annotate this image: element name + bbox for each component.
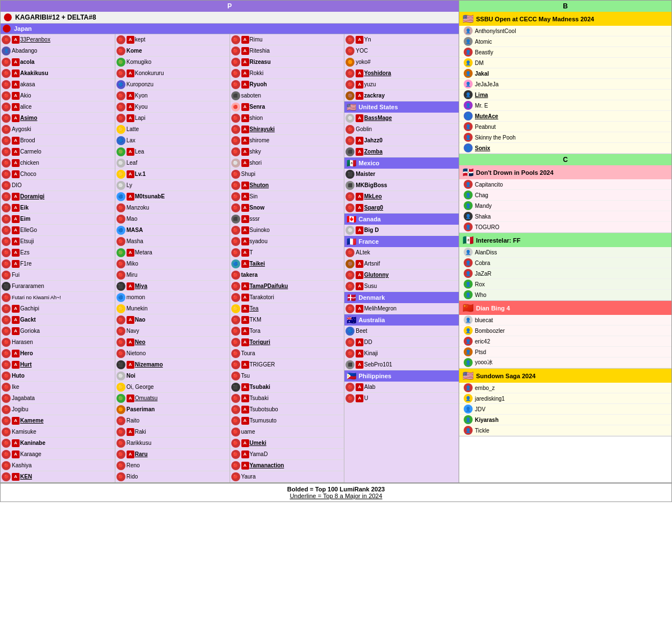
list-item[interactable]: 🔴Shupi — [230, 169, 344, 180]
list-item[interactable]: 🔴 A Eim — [1, 213, 115, 225]
list-item[interactable]: 🔴 A Etsuji — [1, 236, 115, 247]
list-item[interactable]: ⬛AMiya — [115, 281, 230, 292]
list-item[interactable]: 👤Shaka — [459, 211, 671, 222]
list-item[interactable]: 🟢Komugiko — [115, 57, 230, 68]
list-item[interactable]: 🔴 Fui — [1, 270, 115, 281]
list-item[interactable]: 🔴ATKM — [230, 314, 344, 326]
list-item[interactable]: 👤Bomboozler — [459, 326, 671, 336]
list-item[interactable]: 🔴Asyadou — [230, 236, 344, 247]
list-item[interactable]: 👤 Abadango — [1, 45, 115, 57]
list-item[interactable]: 🔴AYamaD — [230, 449, 344, 460]
list-item[interactable]: 🔴AYn — [344, 34, 459, 45]
list-item[interactable]: 🔴 A Akio — [1, 90, 115, 101]
list-item[interactable]: ⬛Asssr — [230, 213, 344, 225]
list-item[interactable]: 🔴Yaura — [230, 471, 344, 482]
list-item[interactable]: 🔴ARiteshia — [230, 45, 344, 57]
list-item[interactable]: 🔴 A Eik — [1, 202, 115, 213]
list-item[interactable]: 🔵Beet — [344, 326, 459, 337]
list-item[interactable]: 🔴 A Gorioka — [1, 326, 115, 337]
list-item[interactable]: 🔴 Kamisuke — [1, 426, 115, 438]
list-item[interactable]: 👤Capitancito — [459, 179, 671, 190]
list-item[interactable]: 🔴AJahzz0 — [344, 135, 459, 146]
list-item[interactable]: 👤Who — [459, 290, 671, 300]
list-item[interactable]: 👤AlanDiss — [459, 247, 671, 258]
list-item[interactable]: 🟢AOmuatsu — [115, 393, 230, 404]
list-item[interactable]: 👤yooo冰 — [459, 357, 671, 368]
list-item[interactable]: 🔴 Futari no Kiwami Ah~! — [1, 292, 115, 303]
list-item[interactable]: 👤Jakal — [459, 68, 671, 79]
list-item[interactable]: 🟤Azackray — [344, 90, 459, 101]
list-item[interactable]: 👤jaredisking1 — [459, 393, 671, 404]
list-item[interactable]: 🟡Munekin — [115, 303, 230, 314]
list-item[interactable]: ⚪ABassMage — [344, 113, 459, 124]
list-item[interactable]: 🔴Tsu — [230, 370, 344, 382]
list-item[interactable]: ⚪Noi — [115, 370, 230, 382]
list-item[interactable]: ⚪Ashori — [230, 157, 344, 169]
list-item[interactable]: 🔴uame — [230, 426, 344, 438]
list-item[interactable]: 👤MuteAce — [459, 111, 671, 122]
list-item[interactable]: 🔴Rido — [115, 471, 230, 482]
list-item[interactable]: ⬛ANizemamo — [115, 359, 230, 370]
list-item[interactable]: 🔴YOC — [344, 45, 459, 57]
list-item[interactable]: 🔴AKonokururu — [115, 68, 230, 79]
list-item[interactable]: 👤JDV — [459, 404, 671, 415]
list-item[interactable]: 🔴Rarikkusu — [115, 438, 230, 449]
list-item[interactable]: 👤Atomic — [459, 36, 671, 47]
list-item[interactable]: 👤Mr. E — [459, 100, 671, 111]
list-item[interactable]: 🟠Paseriman — [115, 404, 230, 415]
list-item[interactable]: 🔴Goblin — [344, 124, 459, 135]
list-item[interactable]: 👤Chag — [459, 190, 671, 201]
list-item[interactable]: 🟡Oi, George — [115, 382, 230, 393]
list-item[interactable]: 🔴 Jagabata — [1, 393, 115, 404]
list-item[interactable]: 🔴ARimu — [230, 34, 344, 45]
list-item[interactable]: 🔴AGlutonny — [344, 270, 459, 281]
list-item[interactable]: 🔴 Aygoski — [1, 124, 115, 135]
list-item[interactable]: 🔴 A Ezs — [1, 247, 115, 258]
list-item[interactable]: 🔴 Jogibu — [1, 404, 115, 415]
list-item[interactable]: 🔴 Huto — [1, 370, 115, 382]
list-item[interactable]: 🟡ALv.1 — [115, 169, 230, 180]
list-item[interactable]: 🔴ASenra — [230, 101, 344, 113]
list-item[interactable]: 🔴AShirayuki — [230, 124, 344, 135]
list-item[interactable]: 🔴Ashirome — [230, 135, 344, 146]
list-item[interactable]: 👤AnthonyIsntCool — [459, 26, 671, 36]
list-item[interactable]: 👤Mandy — [459, 201, 671, 211]
list-item[interactable]: 🔴Navy — [115, 326, 230, 337]
list-item[interactable]: 🔴 A Hero — [1, 348, 115, 359]
list-item[interactable]: 🔴AU — [344, 393, 459, 404]
list-item[interactable]: 🔴 A F1re — [1, 258, 115, 270]
list-item[interactable]: 👤Rox — [459, 279, 671, 290]
list-item[interactable]: 🟡ATea — [230, 303, 344, 314]
list-item[interactable]: 👤Peabnut — [459, 122, 671, 132]
list-item[interactable]: 🟢AMetara — [115, 247, 230, 258]
list-item[interactable]: 🔴ASnow — [230, 202, 344, 213]
list-item[interactable]: 🔴ATamaPDaifuku — [230, 281, 344, 292]
list-item[interactable]: ⬛MKBigBoss — [344, 180, 459, 191]
list-item[interactable]: 🔴ARizeasu — [230, 57, 344, 68]
list-item[interactable]: 🔵MASA — [115, 225, 230, 236]
list-item[interactable]: 🟡Latte — [115, 124, 230, 135]
list-item[interactable]: 👤Cobra — [459, 258, 671, 268]
list-item[interactable]: 🔴ATRIGGER — [230, 359, 344, 370]
list-item[interactable]: 🔴 A Gachipi — [1, 303, 115, 314]
list-item[interactable]: 🔴 A Kaninabe — [1, 438, 115, 449]
list-item[interactable]: 🔴Ashion — [230, 113, 344, 124]
list-item[interactable]: ⬛Maister — [344, 169, 459, 180]
list-item[interactable]: 🔴 A Kameme — [1, 415, 115, 426]
list-item[interactable]: 🔴Raito — [115, 415, 230, 426]
list-item[interactable]: 🔴 A Doramigi — [1, 191, 115, 202]
list-item[interactable]: ⬛ASebPro101 — [344, 359, 459, 370]
list-item[interactable]: 🔴ASin — [230, 191, 344, 202]
list-item[interactable]: 👤bluecat — [459, 315, 671, 326]
list-item[interactable]: 🔴ASuinoko — [230, 225, 344, 236]
list-item[interactable]: 🔴ADD — [344, 337, 459, 348]
list-item[interactable]: 🟢ALea — [115, 146, 230, 157]
list-item[interactable]: 🔴 DIO — [1, 180, 115, 191]
list-item[interactable]: 🔴 A Gackt — [1, 314, 115, 326]
list-item[interactable]: 👤Lima — [459, 90, 671, 100]
list-item[interactable]: 🔴ATsubotsubo — [230, 404, 344, 415]
list-item[interactable]: 🔴Nietono — [115, 348, 230, 359]
list-item[interactable]: 👤DM — [459, 58, 671, 68]
list-item[interactable]: 🔵Lax — [115, 135, 230, 146]
list-item[interactable]: 🔴Kome — [115, 45, 230, 57]
